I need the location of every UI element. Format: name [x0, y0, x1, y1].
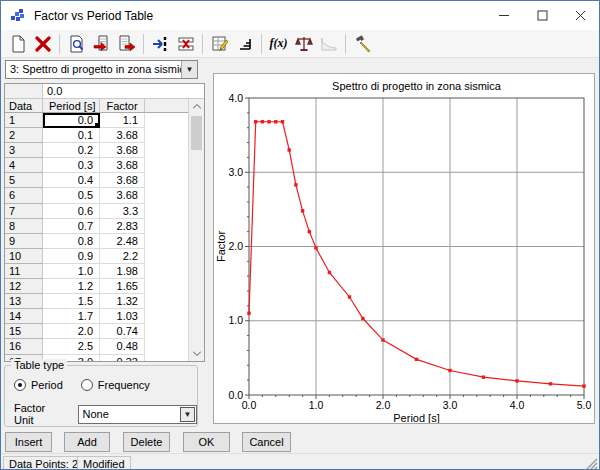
table-cell[interactable]: 0.5 — [43, 188, 100, 203]
add-button[interactable]: Add — [64, 432, 110, 452]
table-cell[interactable]: 8 — [5, 219, 43, 234]
import-button[interactable] — [89, 32, 114, 56]
table-cell[interactable]: 11 — [5, 264, 43, 279]
table-cell[interactable]: 2.5 — [43, 339, 100, 354]
table-cell[interactable]: 0.3 — [43, 158, 100, 173]
table-cell[interactable]: 1.03 — [100, 309, 145, 324]
table-cell[interactable]: 0.33 — [100, 355, 145, 362]
table-cell[interactable]: 3.68 — [100, 143, 145, 158]
table-row[interactable]: 100.92.2 — [5, 249, 189, 264]
table-cell[interactable]: 2.2 — [100, 249, 145, 264]
cell-edit-input[interactable]: 0.0 — [43, 84, 204, 98]
table-cell[interactable]: 1.1 — [100, 113, 145, 128]
table-row[interactable]: 131.51.32 — [5, 294, 189, 309]
table-cell[interactable]: 13 — [5, 294, 43, 309]
table-scrollbar[interactable] — [188, 99, 204, 361]
clear-table-button[interactable] — [30, 32, 55, 56]
resize-grip[interactable] — [585, 457, 598, 470]
table-cell[interactable]: 0.6 — [43, 204, 100, 219]
table-row[interactable]: 162.50.48 — [5, 339, 189, 354]
preset-combobox[interactable]: 3: Spettro di progetto in zona sismica ▼ — [5, 60, 198, 79]
scale-button[interactable] — [291, 32, 316, 56]
table-row[interactable]: 80.72.83 — [5, 219, 189, 234]
table-cell[interactable]: 14 — [5, 309, 43, 324]
cancel-button[interactable]: Cancel — [242, 432, 291, 452]
insert-button[interactable]: Insert — [5, 432, 52, 452]
scroll-up-icon[interactable] — [189, 99, 204, 114]
table-row[interactable]: 30.23.68 — [5, 143, 189, 158]
table-cell[interactable]: 15 — [5, 324, 43, 339]
table-cell[interactable]: 3.68 — [100, 173, 145, 188]
table-cell[interactable]: 3.3 — [100, 204, 145, 219]
insert-row-button[interactable] — [148, 32, 173, 56]
delete-row-button[interactable] — [173, 32, 198, 56]
table-cell[interactable]: 1.7 — [43, 309, 100, 324]
table-cell[interactable]: 2 — [5, 128, 43, 143]
export-button[interactable] — [114, 32, 139, 56]
table-cell[interactable]: 0.4 — [43, 173, 100, 188]
table-cell[interactable]: 0.9 — [43, 249, 100, 264]
table-cell[interactable]: 1 — [5, 113, 43, 128]
table-cell[interactable]: 1.32 — [100, 294, 145, 309]
table-cell[interactable]: 2.48 — [100, 234, 145, 249]
table-cell[interactable]: 5 — [5, 173, 43, 188]
table-cell[interactable]: 1.2 — [43, 279, 100, 294]
table-row[interactable]: 40.33.68 — [5, 158, 189, 173]
close-button[interactable] — [561, 1, 599, 30]
minimize-button[interactable] — [485, 1, 523, 30]
table-row[interactable]: 50.43.68 — [5, 173, 189, 188]
fill-handle[interactable] — [95, 123, 99, 127]
table-cell[interactable]: 7 — [5, 204, 43, 219]
column-header-data[interactable]: Data — [5, 99, 43, 112]
table-cell[interactable]: 12 — [5, 279, 43, 294]
table-cell[interactable]: 10 — [5, 249, 43, 264]
table-cell[interactable]: 16 — [5, 339, 43, 354]
table-cell[interactable]: 3.68 — [100, 158, 145, 173]
table-cell[interactable]: 0.7 — [43, 219, 100, 234]
scrollbar-thumb[interactable] — [191, 116, 202, 150]
table-row[interactable]: 121.21.65 — [5, 279, 189, 294]
table-cell[interactable]: 0.8 — [43, 234, 100, 249]
table-cell[interactable]: 0.48 — [100, 339, 145, 354]
chevron-down-icon[interactable]: ▼ — [180, 407, 195, 422]
table-cell[interactable]: 3.68 — [100, 188, 145, 203]
maximize-button[interactable] — [523, 1, 561, 30]
sort-button[interactable] — [232, 32, 257, 56]
table-cell[interactable]: 1.5 — [43, 294, 100, 309]
table-cell[interactable]: 0.2 — [43, 143, 100, 158]
table-row[interactable]: 141.71.03 — [5, 309, 189, 324]
table-cell[interactable]: 1.98 — [100, 264, 145, 279]
table-row[interactable]: 60.53.68 — [5, 188, 189, 203]
table-row[interactable]: 20.13.68 — [5, 128, 189, 143]
period-radio-label[interactable]: Period — [31, 379, 63, 391]
preview-button[interactable] — [64, 32, 89, 56]
table-cell[interactable]: 9 — [5, 234, 43, 249]
period-radio[interactable] — [14, 379, 26, 391]
frequency-radio-label[interactable]: Frequency — [98, 379, 150, 391]
column-header-factor[interactable]: Factor — [100, 99, 145, 112]
table-row[interactable]: 152.00.74 — [5, 324, 189, 339]
new-table-button[interactable] — [5, 32, 30, 56]
column-header-period[interactable]: Period [s] — [43, 99, 100, 112]
table-cell[interactable]: 1.0 — [43, 264, 100, 279]
table-row[interactable]: 10.01.1 — [5, 113, 189, 128]
chevron-down-icon[interactable]: ▼ — [181, 61, 197, 78]
table-cell[interactable]: 0.0 — [43, 113, 100, 128]
table-row[interactable]: 111.01.98 — [5, 264, 189, 279]
table-cell[interactable]: 3 — [5, 143, 43, 158]
tools-button[interactable] — [350, 32, 375, 56]
ok-button[interactable]: OK — [183, 432, 230, 452]
frequency-radio[interactable] — [81, 379, 93, 391]
paste-table-button[interactable] — [207, 32, 232, 56]
table-cell[interactable]: 4 — [5, 158, 43, 173]
table-cell[interactable]: 2.83 — [100, 219, 145, 234]
table-cell[interactable]: 0.1 — [43, 128, 100, 143]
table-cell[interactable]: 3.68 — [100, 128, 145, 143]
table-row[interactable]: 70.63.3 — [5, 204, 189, 219]
table-row[interactable]: 90.82.48 — [5, 234, 189, 249]
table-cell[interactable]: 6 — [5, 188, 43, 203]
scroll-down-icon[interactable] — [189, 346, 204, 361]
table-grid[interactable]: Data Period [s] Factor 10.01.120.13.6830… — [5, 99, 189, 361]
factor-unit-combobox[interactable]: None ▼ — [78, 405, 197, 424]
table-cell[interactable]: 2.0 — [43, 324, 100, 339]
